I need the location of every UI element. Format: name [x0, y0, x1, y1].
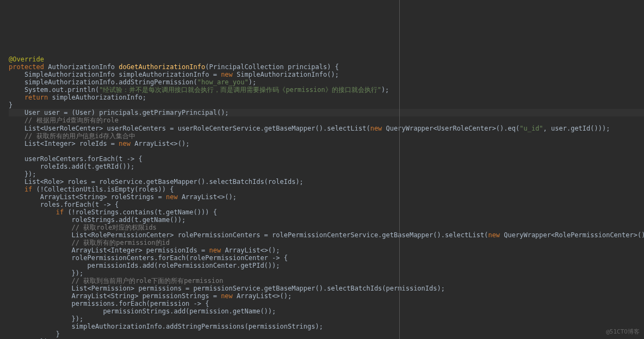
code-text: List<UserRoleCenter> userRoleCenters = u… — [9, 125, 370, 132]
code-text: AuthorizationInfo — [44, 63, 119, 71]
code-text: ArrayList<>(); — [233, 292, 292, 300]
code-text: ArrayList<>(); — [178, 193, 237, 201]
keyword-new: new — [209, 246, 221, 254]
code-text: permissionStrings.add(permission.getName… — [9, 307, 276, 315]
code-text: ); — [381, 86, 389, 94]
code-text: simpleAuthorizationInfo.addStringPermiss… — [9, 323, 323, 330]
code-text: User user = (User) principals.getPrimary… — [9, 109, 229, 116]
keyword-new: new — [221, 292, 233, 300]
code-text: List<Permission> permissions = permissio… — [9, 285, 445, 292]
keyword-new: new — [166, 193, 178, 201]
keyword-if: if — [9, 186, 32, 193]
keyword-new: new — [221, 71, 233, 78]
code-text: (!roleStrings.contains(t.getName())) { — [64, 208, 217, 216]
code-text: SimpleAuthorizationInfo(); — [233, 71, 339, 78]
code-text: } — [9, 330, 60, 338]
code-text: roleStrings.add(t.getName()); — [9, 216, 185, 224]
string-literal: "经试验：并不是每次调用接口就会执行，而是调用需要操作码《permission》… — [99, 86, 381, 94]
code-text: } — [9, 101, 13, 109]
keyword-new: new — [119, 140, 131, 147]
code-text: }); — [9, 315, 83, 323]
code-text: roles.forEach(t -> { — [9, 201, 119, 208]
code-text: permissions.forEach(permission -> { — [9, 300, 209, 307]
watermark-text: @51CTO博客 — [606, 329, 640, 336]
code-text: ArrayList<Integer> permissionIds = — [9, 246, 209, 254]
editor-margin-line — [399, 0, 400, 339]
code-text: ArrayList<>(); — [221, 246, 280, 254]
method-name: doGetAuthorizationInfo — [119, 63, 205, 71]
code-text: roleIds.add(t.getRId()); — [9, 163, 134, 170]
code-text: permissionIds.add(rolePermissionCenter.g… — [9, 262, 280, 269]
keyword-new: new — [370, 125, 382, 132]
code-text: List<Integer> roleIds = — [9, 140, 119, 147]
code-text: System.out.println( — [9, 86, 99, 94]
comment: // 获取role对应的权限ids — [9, 224, 157, 231]
code-text: (!CollectionUtils.isEmpty(roles)) { — [32, 186, 174, 193]
keyword-return: return — [9, 94, 48, 101]
code-text: userRoleCenters.forEach(t -> { — [9, 155, 143, 163]
highlighted-line: User user = (User) principals.getPrimary… — [9, 109, 644, 116]
code-editor[interactable]: @Override protected AuthorizationInfo do… — [0, 46, 644, 339]
comment: // 获取所有的permission的id — [9, 239, 170, 246]
code-text: SimpleAuthorizationInfo simpleAuthorizat… — [9, 71, 221, 78]
code-text: List<Role> roles = roleService.getBaseMa… — [9, 178, 304, 186]
comment: // 根据用户id查询所有的role — [9, 116, 119, 124]
keyword-if: if — [9, 208, 64, 216]
code-text: List<RolePermissionCenter> rolePermissio… — [9, 231, 488, 239]
code-text: }); — [9, 269, 83, 277]
code-text: rolePermissionCenters.forEach(rolePermis… — [9, 254, 288, 262]
code-text: ArrayList<String> permissionStrings = — [9, 292, 221, 300]
code-text: ); — [249, 78, 256, 86]
code-text: simpleAuthorizationInfo.addStringPermiss… — [9, 78, 197, 86]
comment: // 获取所有的用户信息id存入集合中 — [9, 132, 135, 140]
code-text: QueryWrapper<RolePermissionCenter>().eq( — [500, 231, 644, 239]
code-text: QueryWrapper<UserRoleCenter>().eq( — [382, 125, 519, 132]
code-text: , user.getId())); — [543, 125, 610, 132]
keyword-protected: protected — [9, 63, 44, 71]
code-text: ArrayList<String> roleStrings = — [9, 193, 166, 201]
code-text: }); — [9, 170, 36, 178]
string-literal: "how_are_you" — [197, 78, 249, 86]
code-text: (PrincipalCollection principals) { — [205, 63, 339, 71]
keyword-new: new — [488, 231, 500, 239]
string-literal: "u_id" — [519, 125, 543, 132]
annotation: @Override — [9, 56, 44, 63]
code-text: ArrayList<>(); — [131, 140, 189, 147]
code-text: simpleAuthorizationInfo; — [48, 94, 146, 101]
comment: // 获取到当前用户的role下面的所有permission — [9, 277, 223, 285]
